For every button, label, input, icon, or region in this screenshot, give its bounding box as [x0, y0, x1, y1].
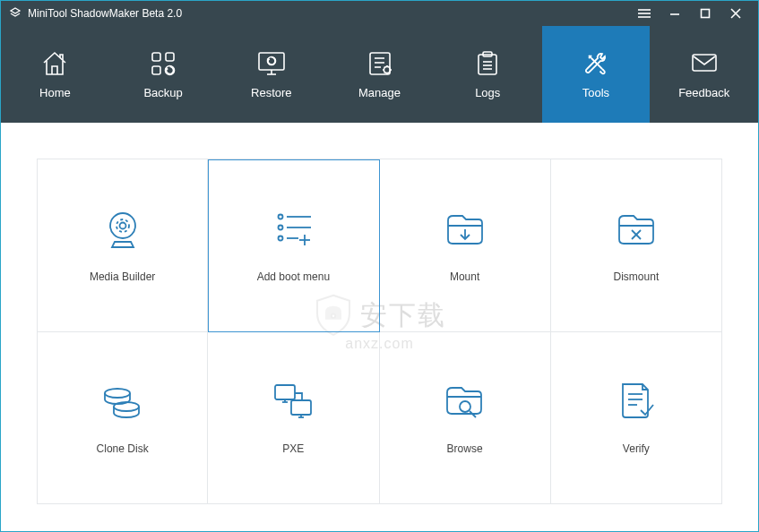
close-button[interactable]	[720, 1, 751, 26]
svg-point-41	[105, 389, 130, 398]
svg-rect-7	[152, 53, 160, 61]
svg-rect-43	[275, 385, 295, 399]
tile-label: Browse	[447, 442, 483, 455]
svg-rect-11	[259, 53, 284, 70]
svg-point-30	[279, 214, 283, 219]
nav-label: Backup	[143, 86, 182, 99]
nav-label: Feedback	[678, 86, 729, 99]
svg-point-49	[460, 401, 470, 412]
tile-verify[interactable]: Verify	[551, 332, 722, 505]
nav-label: Manage	[358, 86, 401, 99]
clone-disk-icon	[99, 380, 146, 423]
media-builder-icon	[99, 208, 146, 251]
navbar: Home Backup Restore Manage Logs	[1, 26, 758, 123]
nav-manage[interactable]: Manage	[325, 26, 434, 123]
tile-dismount[interactable]: Dismount	[551, 159, 722, 332]
svg-rect-15	[370, 53, 390, 74]
dismount-icon	[613, 208, 660, 251]
tile-label: Clone Disk	[97, 442, 149, 455]
svg-rect-8	[166, 53, 174, 61]
nav-logs[interactable]: Logs	[434, 26, 542, 123]
svg-rect-46	[291, 400, 311, 415]
mount-icon	[442, 208, 488, 251]
logs-icon	[472, 50, 503, 77]
restore-icon	[256, 50, 287, 77]
tile-mount[interactable]: Mount	[380, 159, 551, 332]
tile-label: Mount	[450, 270, 479, 283]
svg-rect-26	[693, 55, 716, 71]
maximize-button[interactable]	[690, 1, 720, 26]
tile-media-builder[interactable]: Media Builder	[37, 159, 208, 332]
nav-home[interactable]: Home	[1, 26, 109, 123]
nav-label: Restore	[251, 86, 292, 99]
svg-rect-4	[702, 10, 710, 18]
backup-icon	[148, 50, 178, 77]
titlebar: MiniTool ShadowMaker Beta 2.0	[1, 1, 758, 26]
browse-icon	[442, 380, 488, 423]
tools-icon	[581, 50, 611, 77]
svg-point-42	[114, 402, 139, 411]
verify-icon	[613, 380, 660, 423]
app-logo-icon	[8, 6, 22, 21]
nav-label: Tools	[582, 86, 609, 99]
tile-label: Dismount	[614, 270, 660, 283]
manage-icon	[365, 50, 395, 77]
nav-label: Logs	[475, 86, 500, 99]
tools-content: Media Builder Add boot menu Mount Dismou…	[1, 123, 758, 531]
minimize-button[interactable]	[660, 1, 690, 26]
svg-point-27	[110, 213, 135, 238]
window-title: MiniTool ShadowMaker Beta 2.0	[28, 7, 629, 20]
home-icon	[39, 50, 70, 77]
svg-point-32	[279, 225, 283, 229]
tile-pxe[interactable]: PXE	[208, 332, 379, 505]
svg-point-34	[279, 236, 283, 240]
pxe-icon	[270, 380, 316, 423]
tile-label: PXE	[282, 442, 304, 455]
nav-label: Home	[39, 86, 71, 99]
tools-grid: Media Builder Add boot menu Mount Dismou…	[37, 159, 722, 504]
nav-feedback[interactable]: Feedback	[650, 26, 758, 123]
add-boot-menu-icon	[270, 208, 316, 251]
tile-browse[interactable]: Browse	[380, 332, 551, 505]
nav-backup[interactable]: Backup	[109, 26, 218, 123]
tile-label: Media Builder	[90, 270, 155, 283]
tile-add-boot-menu[interactable]: Add boot menu	[208, 159, 379, 332]
tile-label: Verify	[623, 442, 650, 455]
svg-point-28	[119, 222, 125, 228]
svg-rect-9	[152, 66, 160, 74]
tile-clone-disk[interactable]: Clone Disk	[37, 332, 208, 505]
nav-restore[interactable]: Restore	[217, 26, 325, 123]
feedback-icon	[689, 50, 720, 77]
svg-rect-20	[479, 55, 496, 74]
nav-tools[interactable]: Tools	[542, 26, 651, 123]
menu-button[interactable]	[629, 1, 660, 26]
tile-label: Add boot menu	[257, 270, 330, 283]
svg-point-29	[116, 219, 129, 232]
